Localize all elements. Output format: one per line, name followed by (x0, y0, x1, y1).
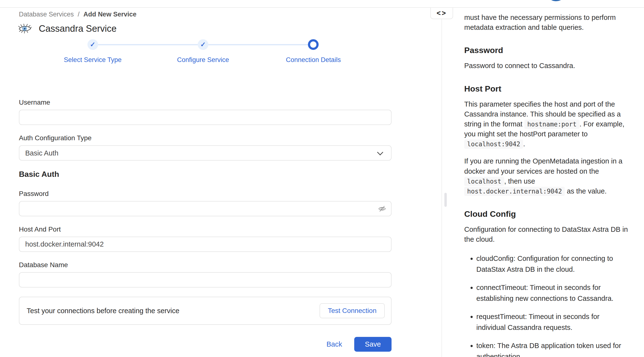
test-connection-message: Test your connections before creating th… (27, 307, 179, 315)
auth-config-type-label: Auth Configuration Type (19, 134, 392, 142)
doc-paragraph: If you are running the OpenMetadata inge… (464, 156, 630, 196)
basic-auth-section-heading: Basic Auth (19, 170, 392, 179)
test-connection-box: Test your connections before creating th… (19, 297, 392, 325)
step-label: Configure Service (177, 56, 229, 64)
check-icon: ✓ (90, 41, 96, 48)
doc-bullet: connectTimeout: Timeout in seconds for e… (476, 282, 630, 304)
form-actions: Back Save (19, 337, 392, 352)
step-current-circle (308, 39, 318, 50)
host-port-label: Host And Port (19, 226, 392, 233)
step-configure-service[interactable]: ✓ Configure Service (148, 39, 258, 64)
doc-paragraph: This parameter specifies the host and po… (464, 99, 630, 149)
step-select-service-type[interactable]: ✓ Select Service Type (38, 39, 148, 64)
inline-code: localhost:9042 (464, 139, 523, 149)
docs-scrollbar[interactable] (444, 193, 447, 207)
check-icon: ✓ (200, 41, 206, 48)
doc-section-heading: Host Port (464, 84, 630, 93)
step-completed-circle: ✓ (198, 39, 208, 50)
toggle-password-visibility-button[interactable] (376, 203, 388, 214)
database-name-label: Database Name (19, 261, 392, 269)
breadcrumb-separator: / (78, 11, 80, 18)
breadcrumb: Database Services / Add New Service (19, 11, 136, 18)
page-title: Cassandra Service (39, 23, 116, 34)
step-label: Select Service Type (64, 56, 122, 64)
code-brackets-icon: <> (436, 9, 447, 17)
doc-section-heading: Cloud Config (464, 209, 630, 219)
doc-bullet: requestTimeout: Timeout in seconds for i… (476, 311, 630, 333)
save-button[interactable]: Save (354, 337, 392, 352)
username-group: Username (19, 99, 392, 125)
test-connection-button[interactable]: Test Connection (320, 303, 385, 318)
stepper: ✓ Select Service Type ✓ Configure Servic… (38, 39, 368, 64)
doc-paragraph: Password to connect to Cassandra. (464, 61, 630, 71)
password-label: Password (19, 190, 392, 198)
password-input[interactable] (19, 201, 392, 216)
collapse-docs-panel-button[interactable]: <> (430, 8, 453, 19)
doc-bullet-list: cloudConfig: Configuration for connectin… (464, 253, 630, 357)
username-input[interactable] (19, 110, 392, 125)
doc-bullet: cloudConfig: Configuration for connectin… (476, 253, 630, 275)
step-label: Connection Details (286, 56, 341, 64)
doc-paragraph: must have the necessary permissions to p… (464, 12, 630, 32)
host-port-input[interactable] (19, 237, 392, 252)
connection-details-form: Username Auth Configuration Type Basic A… (19, 99, 392, 352)
database-name-group: Database Name (19, 261, 392, 288)
auth-config-type-group: Auth Configuration Type Basic Auth (19, 134, 392, 161)
step-connection-details[interactable]: Connection Details (258, 39, 368, 64)
inline-code: hostname:port (524, 120, 580, 129)
doc-paragraph: Configuration for connecting to DataStax… (464, 225, 630, 244)
doc-bullet: token: The Astra DB application token us… (476, 340, 630, 357)
inline-code: localhost (464, 177, 504, 186)
auth-config-type-select[interactable]: Basic Auth (19, 145, 392, 161)
breadcrumb-add-new-service: Add New Service (83, 11, 136, 18)
docs-content: must have the necessary permissions to p… (464, 12, 630, 357)
page-title-row: Cassandra Service (18, 23, 116, 34)
database-name-input[interactable] (19, 272, 392, 288)
avatar[interactable] (546, 0, 567, 1)
doc-section-heading: Password (464, 45, 630, 55)
cassandra-logo-icon (18, 23, 32, 34)
host-port-group: Host And Port (19, 226, 392, 252)
inline-code: host.docker.internal:9042 (464, 187, 565, 196)
breadcrumb-database-services[interactable]: Database Services (19, 11, 74, 18)
step-completed-circle: ✓ (88, 39, 98, 50)
password-group: Password (19, 190, 392, 216)
back-button[interactable]: Back (326, 340, 342, 348)
username-label: Username (19, 99, 392, 106)
docs-panel: must have the necessary permissions to p… (442, 8, 644, 357)
eye-slash-icon (378, 210, 386, 214)
